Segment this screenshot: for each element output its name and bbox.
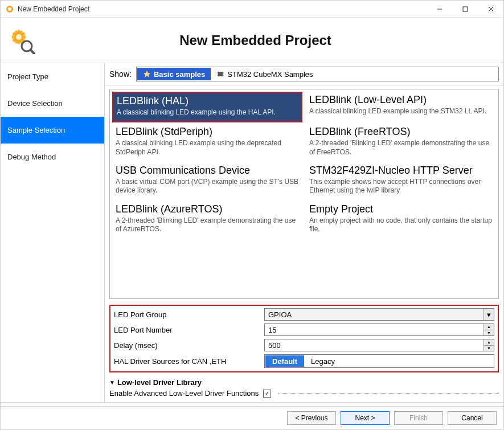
svg-line-9 [30,50,35,54]
tab-label: Basic samples [154,70,205,79]
sidebar: Project Type Device Selection Sample Sel… [1,63,105,402]
sidebar-item-label: Project Type [7,72,48,81]
footer-separator [1,402,503,403]
sample-title: LEDBlink (StdPeriph) [116,126,299,138]
delay-label: Delay (msec) [114,341,264,350]
sample-ledblink-azurertos[interactable]: LEDBlink (AzureRTOS) A 2-threaded 'Blink… [112,201,302,239]
advanced-driver-label: Enable Advanced Low-Level Driver Functio… [109,389,259,398]
led-port-group-combo[interactable]: GPIOA ▾ [264,308,494,321]
header: New Embedded Project [1,18,503,63]
button-label: < Previous [295,414,327,422]
wizard-gear-icon [9,27,36,54]
samples-list: LEDBlink (HAL) A classical blinking LED … [109,89,499,299]
sample-usb-cdc[interactable]: USB Communications Device A basic virtua… [112,162,302,200]
spinner-value[interactable]: 15 [265,324,483,335]
sample-ledblink-ll[interactable]: LEDBlink (Low-Level API) A classical bli… [306,92,496,122]
sample-desc: A basic virtual COM port (VCP) example u… [116,178,299,195]
advanced-driver-checkbox[interactable]: ✓ [263,390,271,398]
button-label: Next > [355,414,375,422]
sidebar-item-project-type[interactable]: Project Type [1,63,104,90]
sample-ledblink-stdperiph[interactable]: LEDBlink (StdPeriph) A classical blinkin… [112,124,302,161]
finish-button[interactable]: Finish [394,411,443,425]
sample-ledblink-freertos[interactable]: LEDBlink (FreeRTOS) A 2-threaded 'Blinki… [306,124,496,161]
show-row: Show: Basic samples STM32 CubeMX Samples [105,63,503,85]
svg-rect-11 [218,72,223,76]
show-label: Show: [109,69,132,79]
sidebar-item-debug-method[interactable]: Debug Method [1,144,104,170]
svg-point-7 [16,34,22,40]
spinner-buttons: ▲ ▼ [483,339,494,351]
tab-basic-samples[interactable]: Basic samples [137,68,211,80]
dotted-filler [278,393,499,394]
sample-desc: A 2-threaded 'Blinking LED' example demo… [309,139,493,157]
sample-desc: A classical blinking LED example using t… [117,108,298,117]
hal-option-legacy[interactable]: Legacy [304,355,342,367]
svg-marker-10 [144,71,150,77]
low-level-section-header[interactable]: Low-level Driver Library [109,378,499,387]
sample-ledblink-hal[interactable]: LEDBlink (HAL) A classical blinking LED … [112,92,302,122]
wizard-footer: < Previous Next > Finish Cancel [1,406,503,429]
page-title: New Embedded Project [42,32,503,48]
hal-sources-label: HAL Driver Sources for CAN ,ETH [114,357,264,366]
button-label: Cancel [461,414,482,422]
sample-title: LEDBlink (FreeRTOS) [309,126,493,138]
titlebar: New Embedded Project [1,1,503,18]
chip-icon [216,70,224,78]
toggle-label: Legacy [311,357,335,366]
sidebar-item-sample-selection[interactable]: Sample Selection [1,117,104,144]
section-title: Low-level Driver Library [117,378,202,387]
combo-value: GPIOA [265,309,483,320]
sample-title: LEDBlink (HAL) [117,95,298,107]
sample-desc: A classical blinking LED example using t… [309,107,493,116]
minimize-button[interactable] [427,1,452,18]
spinner-buttons: ▲ ▼ [483,324,494,335]
sidebar-item-label: Debug Method [7,153,56,161]
sample-options-form: LED Port Group GPIOA ▾ LED Port Number 1… [109,305,499,372]
advanced-driver-row: Enable Advanced Low-Level Driver Functio… [109,389,499,398]
cancel-button[interactable]: Cancel [448,411,497,425]
spinner-value[interactable]: 500 [265,339,483,351]
sample-title: LEDBlink (Low-Level API) [309,94,493,106]
led-port-group-label: LED Port Group [114,310,264,319]
delay-spinner[interactable]: 500 ▲ ▼ [264,339,494,351]
sample-desc: This example shows how accept HTTP conne… [309,178,493,195]
sample-http-server[interactable]: STM32F429ZI-Nucleo HTTP Server This exam… [306,162,496,200]
spinner-down-icon[interactable]: ▼ [484,345,494,351]
star-icon [143,70,151,78]
led-port-number-label: LED Port Number [114,326,264,334]
led-port-number-spinner[interactable]: 15 ▲ ▼ [264,323,494,336]
spinner-down-icon[interactable]: ▼ [484,330,494,336]
tab-cubemx-samples[interactable]: STM32 CubeMX Samples [211,68,318,80]
sample-desc: A classical blinking LED example using t… [116,139,299,157]
sidebar-item-device-selection[interactable]: Device Selection [1,90,104,117]
hal-sources-toggle: Default Legacy [264,354,494,368]
hal-option-default[interactable]: Default [265,355,304,367]
svg-point-1 [8,7,11,11]
spinner-up-icon[interactable]: ▲ [484,324,494,330]
sample-desc: A 2-threaded 'Blinking LED' example demo… [116,216,299,234]
sample-title: STM32F429ZI-Nucleo HTTP Server [309,165,493,177]
sample-title: LEDBlink (AzureRTOS) [116,203,299,215]
button-label: Finish [409,414,428,422]
chevron-down-icon[interactable]: ▾ [483,309,494,320]
sidebar-item-label: Sample Selection [7,126,65,134]
sidebar-item-label: Device Selection [7,99,63,108]
tab-label: STM32 CubeMX Samples [227,70,313,79]
app-icon [5,5,14,14]
svg-rect-3 [463,7,468,11]
window-title: New Embedded Project [18,5,427,13]
next-button[interactable]: Next > [341,411,390,425]
sample-category-tabs: Basic samples STM32 CubeMX Samples [136,67,499,81]
spinner-up-icon[interactable]: ▲ [484,339,494,345]
sample-title: USB Communications Device [116,165,299,177]
sample-empty-project[interactable]: Empty Project An empty project with no c… [306,201,496,239]
previous-button[interactable]: < Previous [287,411,336,425]
close-button[interactable] [478,1,503,18]
sample-desc: An empty project with no code, that only… [309,216,493,234]
toggle-label: Default [272,357,297,366]
maximize-button[interactable] [452,1,478,18]
sample-title: Empty Project [309,203,493,215]
